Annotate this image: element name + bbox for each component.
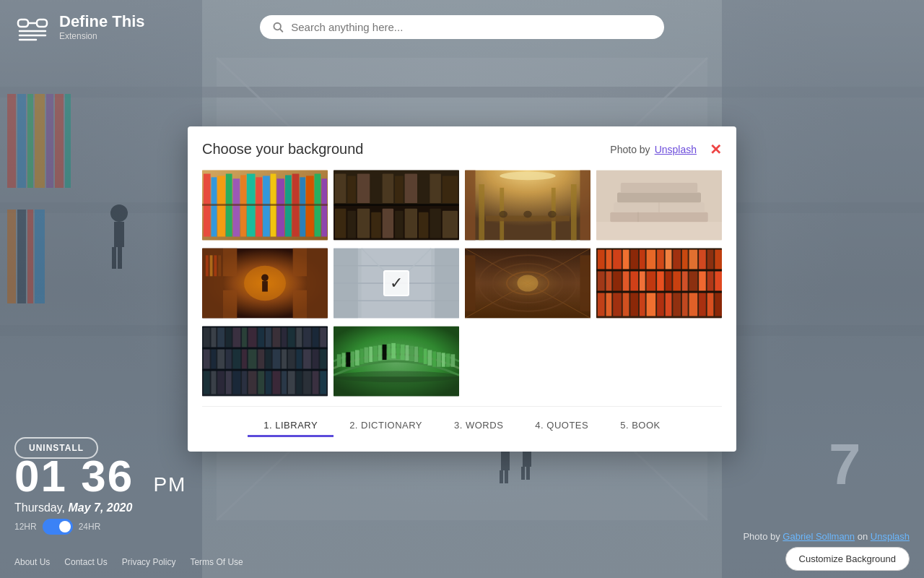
bg-option-8[interactable] — [596, 247, 722, 319]
svg-rect-121 — [206, 255, 209, 276]
svg-rect-259 — [383, 345, 387, 360]
svg-rect-225 — [282, 350, 287, 369]
svg-rect-84 — [405, 209, 417, 238]
svg-rect-207 — [273, 328, 281, 348]
svg-rect-144 — [465, 255, 476, 311]
svg-rect-215 — [204, 350, 210, 369]
tab-dictionary[interactable]: 2. DICTIONARY — [334, 415, 438, 437]
svg-rect-54 — [256, 177, 262, 236]
bg-option-10[interactable] — [334, 325, 459, 397]
svg-rect-238 — [248, 371, 257, 394]
svg-rect-209 — [288, 328, 295, 348]
svg-rect-234 — [217, 371, 225, 394]
svg-point-119 — [261, 274, 269, 281]
svg-rect-228 — [303, 350, 311, 369]
svg-rect-221 — [248, 350, 257, 369]
svg-rect-229 — [313, 350, 319, 369]
svg-rect-258 — [378, 345, 382, 361]
svg-rect-216 — [212, 350, 217, 369]
svg-rect-48 — [212, 177, 217, 236]
svg-rect-247 — [320, 371, 326, 394]
svg-rect-74 — [419, 177, 429, 203]
svg-rect-272 — [442, 353, 445, 366]
svg-rect-113 — [307, 249, 328, 319]
svg-rect-274 — [450, 354, 455, 366]
svg-rect-249 — [337, 354, 341, 366]
bg-option-7[interactable] — [465, 247, 590, 319]
svg-rect-191 — [682, 293, 688, 316]
svg-rect-218 — [226, 350, 232, 369]
svg-rect-165 — [598, 272, 605, 291]
svg-rect-160 — [689, 250, 698, 269]
svg-rect-261 — [391, 343, 396, 358]
svg-rect-202 — [233, 328, 241, 348]
svg-rect-260 — [387, 344, 391, 359]
svg-rect-270 — [432, 351, 436, 366]
image-grid: ✓ — [202, 169, 722, 397]
svg-rect-204 — [248, 328, 257, 348]
modal-close-button[interactable]: ✕ — [710, 142, 722, 157]
svg-rect-188 — [657, 293, 664, 316]
bg-option-2[interactable] — [334, 169, 459, 241]
svg-rect-245 — [303, 371, 311, 394]
svg-rect-211 — [303, 328, 311, 348]
svg-rect-226 — [288, 350, 295, 369]
svg-rect-175 — [682, 272, 688, 291]
svg-rect-240 — [266, 371, 271, 394]
svg-rect-237 — [242, 371, 247, 394]
bg-option-9[interactable] — [202, 325, 328, 397]
svg-rect-222 — [258, 350, 264, 369]
svg-rect-193 — [699, 293, 706, 316]
svg-rect-239 — [258, 371, 264, 394]
svg-rect-208 — [282, 328, 287, 348]
svg-rect-235 — [226, 371, 232, 394]
svg-rect-205 — [258, 328, 264, 348]
bg-option-1[interactable] — [202, 169, 328, 241]
bg-option-3[interactable] — [465, 169, 590, 241]
svg-rect-223 — [266, 350, 271, 369]
svg-rect-201 — [226, 328, 232, 348]
svg-rect-231 — [202, 369, 328, 371]
svg-rect-123 — [214, 255, 217, 276]
svg-point-276 — [334, 371, 459, 382]
svg-rect-83 — [395, 211, 404, 238]
photo-credit-text: Photo by — [610, 144, 650, 155]
svg-rect-227 — [297, 350, 302, 369]
svg-rect-169 — [630, 272, 638, 291]
tab-library[interactable]: 1. LIBRARY — [248, 415, 334, 437]
svg-rect-195 — [715, 293, 722, 316]
svg-rect-264 — [406, 345, 409, 361]
bg-option-5[interactable] — [202, 247, 328, 319]
svg-rect-212 — [313, 328, 319, 348]
svg-rect-242 — [282, 371, 287, 394]
svg-rect-184 — [623, 293, 629, 316]
svg-rect-58 — [285, 175, 292, 236]
tab-quotes[interactable]: 4. QUOTES — [519, 415, 604, 437]
svg-rect-251 — [346, 352, 350, 366]
bg-option-4[interactable] — [596, 169, 722, 241]
svg-rect-75 — [430, 174, 440, 204]
svg-rect-243 — [288, 371, 295, 394]
svg-rect-180 — [596, 291, 722, 293]
svg-rect-199 — [212, 328, 217, 348]
svg-rect-236 — [233, 371, 241, 394]
svg-rect-117 — [293, 290, 307, 319]
svg-rect-73 — [405, 174, 417, 204]
tab-book[interactable]: 5. BOOK — [604, 415, 676, 437]
modal-photo-credit: Photo by Unsplash ✕ — [610, 142, 722, 157]
svg-rect-158 — [673, 250, 681, 269]
svg-rect-115 — [293, 249, 307, 277]
svg-rect-155 — [647, 250, 656, 269]
svg-rect-64 — [202, 204, 328, 206]
unsplash-link[interactable]: Unsplash — [655, 144, 697, 155]
svg-rect-266 — [414, 347, 418, 362]
svg-rect-232 — [204, 371, 210, 394]
svg-rect-233 — [212, 371, 217, 394]
svg-rect-210 — [297, 328, 302, 348]
svg-rect-120 — [262, 281, 268, 292]
tab-words[interactable]: 3. WORDS — [438, 415, 519, 437]
svg-rect-154 — [640, 250, 645, 269]
svg-rect-257 — [373, 346, 378, 361]
bg-option-6[interactable]: ✓ — [334, 247, 459, 319]
svg-rect-79 — [347, 211, 356, 238]
